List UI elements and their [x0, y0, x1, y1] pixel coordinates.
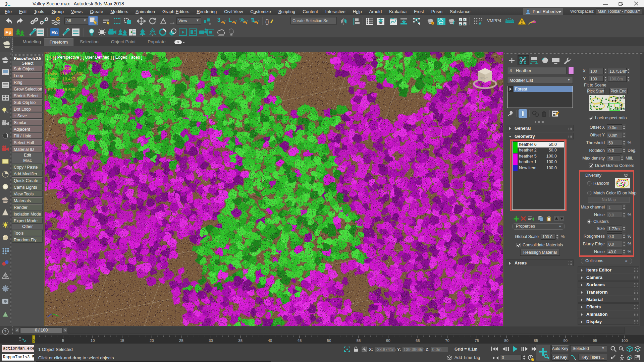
svg-text:95: 95: [593, 339, 597, 343]
svg-text:40: 40: [268, 339, 272, 343]
svg-text:5: 5: [62, 339, 64, 343]
svg-text:Rc: Rc: [51, 29, 58, 35]
svg-text:100: 100: [621, 339, 628, 343]
svg-text:10: 10: [91, 339, 95, 343]
svg-text:FPS:: FPS:: [48, 87, 57, 92]
svg-text:25: 25: [179, 339, 183, 343]
svg-text:FRONT: FRONT: [480, 77, 488, 79]
svg-text:45: 45: [298, 339, 302, 343]
svg-text:2: 2: [224, 20, 226, 23]
svg-text:15: 15: [120, 339, 124, 343]
svg-text:3: 3: [5, 1, 8, 7]
svg-text:2: 2: [247, 20, 248, 23]
svg-text:15,257,430: 15,257,430: [62, 71, 84, 76]
svg-text:2: 2: [258, 20, 259, 23]
svg-text:90: 90: [563, 339, 568, 343]
svg-text:55: 55: [357, 339, 361, 343]
svg-text:18.639: 18.639: [62, 87, 75, 92]
svg-text:85: 85: [534, 339, 538, 343]
svg-text:2: 2: [235, 20, 237, 23]
svg-text:{}: {}: [265, 18, 269, 25]
svg-text:70: 70: [445, 339, 449, 343]
svg-text:18,427,382: 18,427,382: [62, 77, 84, 81]
svg-text:A: A: [479, 21, 482, 26]
svg-text:X units: X units: [617, 96, 625, 100]
svg-text:Polys:: Polys:: [48, 71, 59, 76]
svg-text:35: 35: [238, 339, 243, 343]
svg-text:60: 60: [386, 339, 390, 343]
svg-text:75: 75: [475, 339, 479, 343]
svg-text:[ + ] [ Perspective ] [ User D: [ + ] [ Perspective ] [ User Defined ] […: [47, 55, 142, 60]
svg-text:Y units: Y units: [617, 108, 625, 111]
svg-text:50: 50: [327, 339, 331, 343]
svg-text:Verts:: Verts:: [48, 77, 59, 81]
svg-text:80: 80: [504, 339, 508, 343]
svg-text:20: 20: [150, 339, 154, 343]
svg-text:?: ?: [4, 329, 6, 334]
svg-text:Total: Total: [63, 66, 72, 71]
svg-text:30: 30: [209, 339, 213, 343]
svg-text:Fp: Fp: [5, 29, 11, 35]
svg-text:65: 65: [416, 339, 420, 343]
